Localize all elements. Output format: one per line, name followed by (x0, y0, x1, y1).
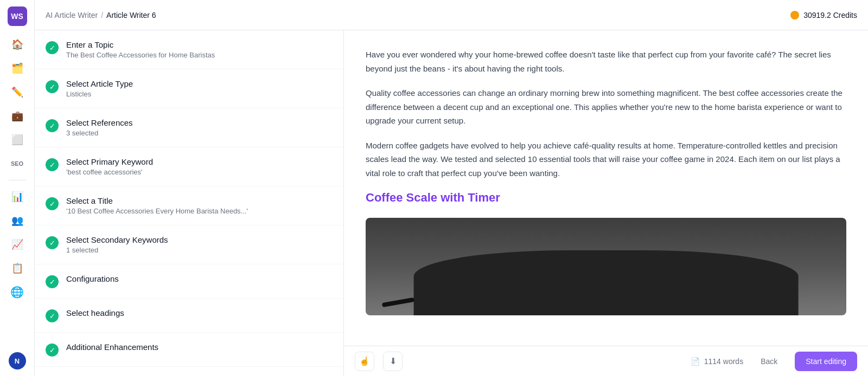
content-split: ✓ Enter a Topic The Best Coffee Accessor… (35, 30, 868, 376)
step-title-article-type: Select Article Type (66, 79, 133, 88)
step-headings[interactable]: ✓ Select headings (35, 299, 343, 333)
credits-badge: 30919.2 Credits (790, 11, 857, 20)
nav-box-icon[interactable]: ⬜ (8, 130, 27, 150)
step-enhancements[interactable]: ✓ Additional Enhancements (35, 333, 343, 367)
article-footer: ☝️ ⬇ 📄 1114 words Back Start editing (344, 346, 868, 376)
step-title-headings: Select headings (66, 308, 124, 317)
steps-panel: ✓ Enter a Topic The Best Coffee Accessor… (35, 30, 344, 376)
step-primary-keyword[interactable]: ✓ Select Primary Keyword 'best coffee ac… (35, 147, 343, 186)
nav-bar: WS 🏠 🗂️ ✏️ 💼 ⬜ SEO 📊 👥 📈 📋 🌐 N (0, 0, 35, 376)
step-check-headings: ✓ (46, 309, 59, 322)
word-count-value: 1114 words (704, 357, 743, 366)
step-subtitle-title: '10 Best Coffee Accessories Every Home B… (66, 207, 248, 215)
top-header: AI Article Writer / Article Writer 6 309… (35, 0, 868, 30)
nav-seo-icon[interactable]: SEO (8, 154, 27, 173)
step-secondary-keywords[interactable]: ✓ Select Secondary Keywords 1 selected (35, 225, 343, 264)
nav-analytics-icon[interactable]: 📈 (8, 235, 27, 254)
step-title-selection[interactable]: ✓ Select a Title '10 Best Coffee Accesso… (35, 186, 343, 225)
credits-dot (790, 11, 799, 20)
article-paragraph-1: Have you ever wondered why your home-bre… (366, 48, 846, 75)
step-title-primary-keyword: Select Primary Keyword (66, 157, 153, 166)
footer-left: ☝️ ⬇ (355, 352, 403, 371)
step-references[interactable]: ✓ Select References 3 selected (35, 108, 343, 147)
step-check-title: ✓ (46, 197, 59, 210)
step-check-primary-keyword: ✓ (46, 158, 59, 171)
nav-home-icon[interactable]: 🏠 (8, 35, 27, 54)
step-check-topic: ✓ (46, 41, 59, 54)
document-icon: 📄 (691, 357, 700, 366)
article-section-heading: Coffee Scale with Timer (366, 191, 846, 205)
step-article-type[interactable]: ✓ Select Article Type Listicles (35, 69, 343, 108)
step-title-configurations: Configurations (66, 274, 119, 283)
nav-edit-icon[interactable]: ✏️ (8, 82, 27, 102)
nav-list-icon[interactable]: 📋 (8, 258, 27, 278)
article-image (366, 218, 846, 315)
step-title-title: Select a Title (66, 196, 248, 205)
step-subtitle-secondary-keywords: 1 selected (66, 246, 168, 254)
step-subtitle-references: 3 selected (66, 129, 133, 137)
step-configurations[interactable]: ✓ Configurations (35, 264, 343, 299)
nav-briefcase-icon[interactable]: 🗂️ (8, 59, 27, 78)
article-paragraph-3: Modern coffee gadgets have evolved to he… (366, 139, 846, 180)
step-subtitle-topic: The Best Coffee Accessories for Home Bar… (66, 51, 215, 59)
start-editing-button[interactable]: Start editing (795, 352, 857, 371)
steps-scroll[interactable]: ✓ Enter a Topic The Best Coffee Accessor… (35, 30, 343, 376)
article-body: Have you ever wondered why your home-bre… (366, 48, 846, 315)
main-wrapper: AI Article Writer / Article Writer 6 309… (35, 0, 868, 376)
word-count: 📄 1114 words (691, 357, 743, 366)
step-title-topic: Enter a Topic (66, 40, 215, 49)
step-check-enhancements: ✓ (46, 343, 59, 356)
breadcrumb: AI Article Writer / Article Writer 6 (46, 11, 156, 20)
avatar[interactable]: N (9, 352, 26, 369)
nav-chart-icon[interactable]: 📊 (8, 187, 27, 206)
footer-right: 📄 1114 words Back Start editing (691, 352, 857, 371)
download-icon-button[interactable]: ⬇ (383, 352, 403, 371)
image-shape (414, 250, 799, 315)
step-check-configurations: ✓ (46, 275, 59, 288)
cursor-icon-button[interactable]: ☝️ (355, 352, 374, 371)
nav-work-icon[interactable]: 💼 (8, 106, 27, 126)
breadcrumb-separator: / (101, 11, 103, 20)
step-check-secondary-keywords: ✓ (46, 236, 59, 249)
breadcrumb-current: Article Writer 6 (106, 11, 156, 20)
image-strap (382, 297, 414, 307)
article-panel: Have you ever wondered why your home-bre… (344, 30, 868, 376)
back-button[interactable]: Back (754, 353, 784, 370)
step-subtitle-article-type: Listicles (66, 90, 133, 98)
step-topic[interactable]: ✓ Enter a Topic The Best Coffee Accessor… (35, 30, 343, 69)
step-check-article-type: ✓ (46, 80, 59, 93)
step-title-secondary-keywords: Select Secondary Keywords (66, 235, 168, 244)
nav-divider (9, 180, 26, 180)
credits-amount: 30919.2 Credits (803, 11, 857, 20)
nav-chrome-icon[interactable]: 🌐 (8, 282, 27, 302)
article-scroll[interactable]: Have you ever wondered why your home-bre… (344, 30, 868, 346)
breadcrumb-link[interactable]: AI Article Writer (46, 11, 98, 20)
step-subtitle-primary-keyword: 'best coffee accessories' (66, 168, 153, 176)
step-title-references: Select References (66, 118, 133, 127)
step-check-references: ✓ (46, 119, 59, 132)
app-logo: WS (8, 7, 27, 26)
step-title-enhancements: Additional Enhancements (66, 342, 158, 352)
nav-users-icon[interactable]: 👥 (8, 211, 27, 230)
step-generate[interactable]: Generate Article (35, 367, 343, 376)
article-paragraph-2: Quality coffee accessories can change an… (366, 86, 846, 128)
